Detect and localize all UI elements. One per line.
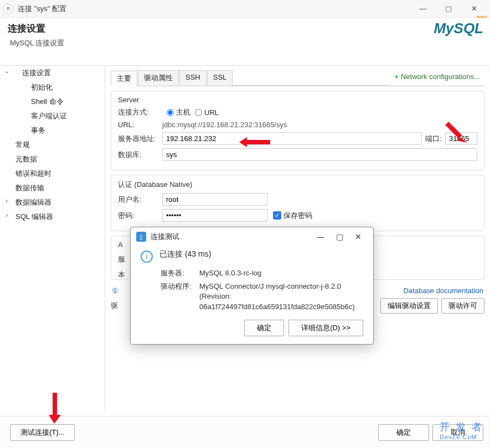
sidebar-item-0[interactable]: 连接设置	[0, 66, 105, 80]
sidebar-item-5[interactable]: 常规	[0, 138, 105, 152]
modal-close-button[interactable]: ✕	[349, 232, 368, 241]
sidebar-item-8[interactable]: 数据传输	[0, 181, 105, 195]
app-icon: ⌗	[3, 4, 13, 14]
ok-button[interactable]: 确定	[378, 424, 429, 441]
pass-label: 密码:	[118, 211, 162, 221]
user-input[interactable]	[162, 193, 267, 206]
dialog-footer: 测试连接(T)... 确定 取消	[0, 416, 490, 448]
radio-url[interactable]	[195, 109, 202, 116]
mysql-logo: 〰 MySQL	[434, 20, 483, 37]
save-pass-label: 保存密码	[283, 211, 312, 221]
modal-driver-label: 驱动程序:	[161, 282, 199, 312]
window-titlebar: ⌗ 连接 "sys" 配置 — ▢ ✕	[0, 0, 490, 18]
server-group: Server 连接方式: 主机 URL URL: jdbc:mysql://19…	[111, 91, 484, 170]
test-connection-button[interactable]: 测试连接(T)...	[10, 424, 75, 441]
tab-driver-props[interactable]: 驱动属性	[138, 70, 179, 86]
connect-mode-label: 连接方式:	[118, 107, 162, 117]
server-addr-input[interactable]	[162, 132, 422, 145]
modal-server-label: 服务器:	[161, 268, 199, 278]
sidebar-item-7[interactable]: 错误和超时	[0, 166, 105, 181]
sidebar: 连接设置初始化Shell 命令客户端认证事务常规元数据错误和超时数据传输数据编辑…	[0, 66, 105, 413]
page-title: 连接设置	[8, 22, 64, 35]
page-subtitle: MySQL 连接设置	[10, 38, 64, 48]
tab-main[interactable]: 主要	[111, 71, 137, 86]
auth-group: 认证 (Database Native) 用户名: 密码: ✓ 保存密码	[111, 175, 484, 231]
network-config-link[interactable]: +Network configurations...	[390, 70, 484, 86]
pass-input[interactable]	[162, 209, 267, 222]
driver-license-button[interactable]: 驱动许可	[441, 298, 484, 314]
sidebar-item-6[interactable]: 元数据	[0, 152, 105, 166]
sidebar-item-9[interactable]: 数据编辑器	[0, 195, 105, 210]
auth-group-title: 认证 (Database Native)	[118, 180, 477, 190]
modal-title: 连接测试	[151, 232, 179, 242]
port-input[interactable]	[445, 132, 477, 145]
dolphin-icon: 〰	[476, 12, 486, 24]
port-label: 端口:	[425, 134, 442, 144]
minimize-button[interactable]: —	[410, 1, 436, 17]
db-label: 数据库:	[118, 150, 162, 160]
radio-host[interactable]	[167, 109, 174, 116]
modal-driver-value: MySQL Connector/J mysql-connector-j-8.2.…	[199, 282, 363, 312]
tab-ssh[interactable]: SSH	[179, 70, 207, 86]
server-addr-label: 服务器地址:	[118, 134, 162, 144]
maximize-button[interactable]: ▢	[436, 1, 461, 17]
driver-info-link[interactable]: ①	[112, 286, 118, 295]
tab-bar: 主要 驱动属性 SSH SSL +Network configurations.…	[111, 70, 484, 86]
server-group-title: Server	[118, 96, 477, 104]
plus-icon: +	[394, 72, 399, 81]
sidebar-item-3[interactable]: 客户端认证	[0, 109, 105, 123]
save-pass-checkbox[interactable]: ✓	[273, 211, 281, 220]
sidebar-item-1[interactable]: 初始化	[0, 80, 105, 95]
sidebar-item-4[interactable]: 事务	[0, 123, 105, 138]
radio-url-label: URL	[204, 108, 219, 117]
header: 连接设置 MySQL 连接设置 〰 MySQL	[0, 18, 490, 51]
info-icon: i	[141, 251, 153, 263]
sidebar-list: 连接设置初始化Shell 命令客户端认证事务常规元数据错误和超时数据传输数据编辑…	[0, 66, 105, 224]
tab-ssl[interactable]: SSL	[207, 70, 233, 86]
edit-driver-button[interactable]: 编辑驱动设置	[380, 298, 438, 314]
sidebar-item-10[interactable]: SQL 编辑器	[0, 210, 105, 224]
url-label: URL:	[118, 121, 162, 129]
radio-host-label: 主机	[176, 107, 190, 117]
watermark: 开 发 者 DevZe.CoM	[440, 420, 483, 440]
sidebar-item-2[interactable]: Shell 命令	[0, 95, 105, 109]
db-input[interactable]	[162, 148, 477, 161]
url-value: jdbc:mysql://192.168.21.232:31665/sys	[162, 121, 287, 129]
driver-label-prefix: 驱	[111, 298, 118, 314]
modal-ok-button[interactable]: 确定	[244, 320, 284, 336]
connection-test-dialog: ▯ 连接测试 — ▢ ✕ i 已连接 (43 ms) 服务器: MySQL 8.…	[130, 227, 374, 345]
database-icon: ▯	[136, 232, 146, 242]
modal-maximize-button[interactable]: ▢	[330, 232, 349, 241]
user-label: 用户名:	[118, 195, 162, 205]
modal-details-button[interactable]: 详细信息(D) >>	[288, 320, 363, 336]
connected-status: 已连接 (43 ms)	[159, 249, 211, 259]
db-doc-link[interactable]: Database documentation	[403, 286, 483, 295]
window-title: 连接 "sys" 配置	[18, 4, 410, 14]
modal-server-value: MySQL 8.0.3-rc-log	[199, 268, 363, 278]
modal-minimize-button[interactable]: —	[311, 232, 330, 241]
